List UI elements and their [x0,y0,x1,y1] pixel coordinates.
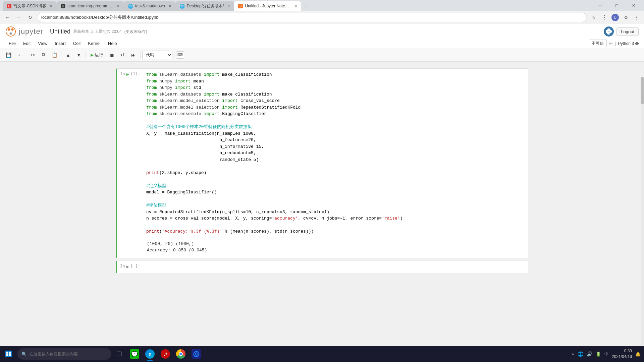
interrupt-button[interactable]: ◼ [107,50,117,60]
notebook-title-area: Untitled 最新检查点 上星期六 20:04 (更改未保存) [50,28,147,35]
tab3-close[interactable]: ✕ [168,4,171,8]
bookmark-icon[interactable]: ☆ [589,13,598,22]
code-line-15: cv = RepeatedStratifiedKFold(n_splits=10… [146,209,525,216]
taskbar-task-view[interactable]: ❑ [111,346,127,362]
tab-jupyter[interactable]: J Untitled - Jupyter Notebook ✕ [234,1,301,11]
taskbar-search-input[interactable] [30,352,97,356]
menu-bar-right: 不可信 ✏ | Python 3 [589,40,639,47]
forward-button[interactable]: → [14,13,23,22]
cell2-content[interactable] [144,261,528,273]
close-button[interactable]: ✕ [626,1,641,10]
tab5-close[interactable]: ✕ [294,4,297,8]
output-line-2: Accuracy: 0.850 (0.045) [146,247,525,254]
restart-run-button[interactable]: ⏭ [128,50,139,60]
svg-point-2 [11,28,14,31]
address-bar: ← → ↻ localhost:8888/notebooks/Desktop/分… [0,11,644,24]
menu-cell[interactable]: Cell [70,40,84,47]
cell2-run-icon[interactable]: ▶ [126,264,129,269]
jupyter-logo-text: jupyter [19,27,43,36]
restart-button[interactable]: ↺ [118,50,128,60]
code-line-11: n_redundant=5, [146,150,525,157]
run-button[interactable]: ▶ 运行 [88,50,106,60]
maximize-button[interactable]: □ [609,1,625,10]
scrollbar-thumb[interactable] [641,77,644,104]
notebook-area[interactable]: In ▶ [1]: from sklearn.datasets import m… [0,62,644,362]
code-line-blank2 [146,163,525,170]
taskbar: 🔍 ❑ 💬 e ♬ 🌀 ∧ 🌐 🔊 🔋 中 0:39 2021/04/16 [0,346,644,362]
add-cell-button[interactable]: + [14,50,24,60]
unsaved-indicator: (更改未保存) [124,29,147,35]
code-line-blank4 [146,196,525,202]
jupyter-logo: jupyter [5,26,43,37]
url-bar[interactable]: localhost:8888/notebooks/Desktop/分任务版本/U… [37,13,587,22]
taskbar-vpn[interactable]: 🌀 [189,346,204,362]
tab1-close[interactable]: ✕ [50,4,53,8]
tab3-title: task&.markdown [135,4,165,8]
cell1-output: (1000, 20) (1000,) Accuracy: 0.850 (0.04… [146,239,525,255]
notebook-title[interactable]: Untitled [50,28,70,35]
scrollbar-track[interactable] [641,77,644,345]
cell1-content[interactable]: from sklearn.datasets import make_classi… [144,69,528,258]
reload-button[interactable]: ↻ [25,13,35,22]
taskbar-search[interactable]: 🔍 [17,348,111,360]
trust-badge[interactable]: 不可信 [589,40,607,47]
tab2-close[interactable]: ✕ [117,4,120,8]
tab2-title: team-learning-program/04 D... [67,4,113,8]
taskbar-netease[interactable]: ♬ [158,346,173,362]
taskbar-wechat[interactable]: 💬 [127,346,142,362]
menu-insert[interactable]: Insert [51,40,69,47]
start-button[interactable] [0,346,17,362]
profile-icon[interactable]: U [610,13,620,22]
logout-button[interactable]: Logout [616,27,639,36]
menu-help[interactable]: Help [105,40,120,47]
tab3-icon: 🌐 [128,4,133,9]
tray-chevron[interactable]: ∧ [572,352,574,356]
svg-point-3 [10,33,12,35]
tab-desktop[interactable]: 🌐 Desktop/分任务版本/ ✕ [175,1,234,11]
tab-github[interactable]: G team-learning-program/04 D... ✕ [57,1,124,11]
minimize-button[interactable]: ─ [592,1,608,10]
menu-icon[interactable]: ⋮ [632,13,641,22]
tab-csdn[interactable]: C 写文章-CSDN博客 ✕ [3,1,57,11]
cell2-cursor[interactable] [146,264,525,270]
checkpoint-label: 最新检查点 [73,29,93,34]
new-tab-button[interactable]: + [301,1,311,11]
extensions-icon[interactable]: ⋮ [600,13,609,22]
toolbar: 💾 + ✂ ⧉ 📋 ▲ ▼ ▶ 运行 ◼ ↺ ⏭ 代码 Markdown Raw… [0,48,644,62]
cut-button[interactable]: ✂ [28,50,38,60]
settings-icon[interactable]: ⚙ [621,13,631,22]
copy-button[interactable]: ⧉ [39,50,49,60]
menu-kernel[interactable]: Kernel [85,40,104,47]
paste-button[interactable]: 📋 [49,50,59,60]
menu-bar: File Edit View Insert Cell Kernel Help 不… [5,39,639,48]
move-down-button[interactable]: ▼ [74,50,84,60]
edit-icon[interactable]: ✏ [609,41,613,46]
output-line-1: (1000, 20) (1000,) [146,241,525,247]
save-button[interactable]: 💾 [3,50,13,60]
menu-edit[interactable]: Edit [20,40,34,47]
battery-icon: 🔋 [596,352,601,357]
clock[interactable]: 0:39 2021/04/16 [612,348,632,360]
taskbar-edge[interactable]: e [142,346,158,362]
code-line-10: n_informative=15, [146,143,525,150]
tab1-icon: C [7,4,11,8]
tab-task[interactable]: 🌐 task&.markdown ✕ [124,1,175,11]
keyboard-lang[interactable]: 中 [604,351,608,357]
menu-file[interactable]: File [5,40,19,47]
taskbar-chrome[interactable] [173,346,189,362]
code-line-blank1 [146,117,525,124]
volume-icon[interactable]: 🔊 [587,351,592,357]
keyboard-icon[interactable]: ⌨ [176,51,184,59]
kernel-badge: Python 3 [618,41,639,46]
notification-icon[interactable]: 🔔 [635,352,641,357]
tab4-close[interactable]: ✕ [227,4,230,8]
taskbar-right: ∧ 🌐 🔊 🔋 中 0:39 2021/04/16 🔔 [572,348,644,360]
cell1-prompt-num: [1]: [130,71,140,76]
code-line-14: model = BaggingClassifier() [146,189,525,196]
menu-view[interactable]: View [35,40,51,47]
move-up-button[interactable]: ▲ [63,50,73,60]
cell1-prompt-run[interactable]: ▶ [126,71,129,77]
cell-type-select[interactable]: 代码 Markdown Raw [142,51,172,59]
chrome-icon [176,349,185,359]
back-button[interactable]: ← [3,13,12,22]
